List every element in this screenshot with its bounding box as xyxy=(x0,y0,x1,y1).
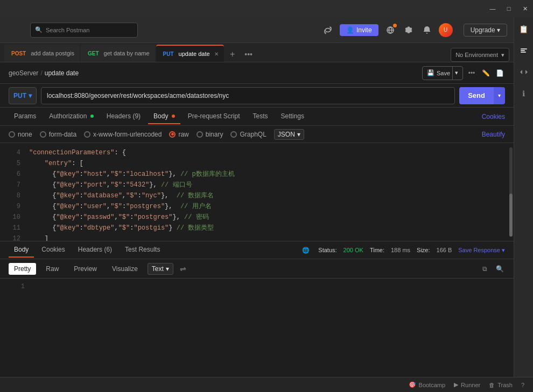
resp-tab-cookies[interactable]: Cookies xyxy=(36,243,70,258)
tab-pre-request[interactable]: Pre-request Script xyxy=(183,109,246,124)
env-caret-icon: ▾ xyxy=(501,52,504,59)
tab-get-data[interactable]: GET get data by name xyxy=(81,45,155,62)
resp-line-num-1: 1 xyxy=(9,283,25,290)
avatar[interactable]: U xyxy=(439,23,453,37)
environment-select[interactable]: No Environment ▾ xyxy=(451,48,509,62)
settings-icon[interactable] xyxy=(402,24,415,37)
close-btn[interactable]: ✕ xyxy=(521,5,529,12)
svg-rect-1 xyxy=(521,50,525,51)
resp-tab-headers[interactable]: Headers (6) xyxy=(73,243,117,258)
code-scrollbar[interactable] xyxy=(509,147,513,237)
code-line-12: 12 ] xyxy=(0,233,514,241)
upgrade-caret-icon: ▾ xyxy=(497,26,500,34)
trash-icon: 🗑 xyxy=(489,382,495,388)
breadcrumb: geoServer / update date xyxy=(9,69,418,77)
send-button[interactable]: Send xyxy=(459,87,494,104)
code-editor[interactable]: 4 "connectionParameters": { 5 "entry": [… xyxy=(0,143,514,241)
resp-tab-body[interactable]: Body xyxy=(9,243,34,258)
more-tabs-button[interactable]: ••• xyxy=(241,47,256,62)
code-line-5: 5 "entry": [ xyxy=(0,158,514,169)
radio-raw[interactable]: raw xyxy=(169,131,188,138)
request-actions: 💾 Save ▾ ••• ✏️ 📄 xyxy=(422,66,505,80)
tab-post-add-data[interactable]: POST add data postgis xyxy=(4,45,80,62)
response-actions: ⧉ 🔍 xyxy=(479,263,505,274)
tab-authorization[interactable]: Authorization xyxy=(44,109,99,124)
response-text-select[interactable]: Text ▾ xyxy=(148,263,173,275)
tab-headers[interactable]: Headers (9) xyxy=(101,109,146,124)
bootcamp-icon: 🎯 xyxy=(409,381,416,388)
planet-icon[interactable] xyxy=(384,24,397,37)
bell-icon[interactable] xyxy=(420,24,433,37)
breadcrumb-parent: geoServer xyxy=(9,69,38,77)
help-item[interactable]: ? xyxy=(521,382,524,388)
trash-label: Trash xyxy=(497,382,513,388)
more-options-button[interactable]: ••• xyxy=(466,68,477,79)
add-tab-button[interactable]: + xyxy=(225,47,240,62)
radio-form-data[interactable]: form-data xyxy=(40,131,76,138)
save-caret-icon[interactable]: ▾ xyxy=(452,67,458,80)
text-label: Text xyxy=(152,265,164,273)
sidebar-new-request-icon[interactable]: 📋 xyxy=(516,22,531,37)
copy-response-icon[interactable]: ⧉ xyxy=(479,263,490,274)
minimize-btn[interactable]: — xyxy=(489,5,496,12)
sidebar-api-icon[interactable] xyxy=(516,43,531,58)
radio-graphql[interactable]: GraphQL xyxy=(230,131,266,138)
tab-put-update[interactable]: PUT update date ✕ xyxy=(156,45,224,62)
sidebar-info-icon[interactable]: ℹ xyxy=(516,86,531,101)
sync-icon[interactable] xyxy=(321,24,334,37)
method-caret-icon: ▾ xyxy=(29,92,32,99)
url-input[interactable] xyxy=(41,87,455,104)
bootcamp-item[interactable]: 🎯 Bootcamp xyxy=(409,381,446,388)
format-pretty-button[interactable]: Pretty xyxy=(9,263,36,275)
status-label: Status: xyxy=(318,247,336,253)
invite-icon: 👤 xyxy=(346,26,354,34)
titlebar: — □ ✕ xyxy=(0,0,533,17)
maximize-btn[interactable]: □ xyxy=(505,5,513,12)
radio-raw-inner xyxy=(171,133,174,136)
format-preview-button[interactable]: Preview xyxy=(68,263,102,275)
save-response-button[interactable]: Save Response ▾ xyxy=(458,247,505,254)
breadcrumb-current: update date xyxy=(45,69,79,77)
edit-icon[interactable]: ✏️ xyxy=(480,68,491,79)
search-bar[interactable]: 🔍 Search Postman xyxy=(30,23,138,38)
radio-raw-circle xyxy=(169,131,176,138)
response-format-row: Pretty Raw Preview Visualize Text ▾ ⇌ ⧉ … xyxy=(0,259,514,279)
search-response-icon[interactable]: 🔍 xyxy=(494,263,505,274)
wrap-icon[interactable]: ⇌ xyxy=(180,265,186,273)
json-type-select[interactable]: JSON ▾ xyxy=(274,129,304,140)
trash-item[interactable]: 🗑 Trash xyxy=(489,382,513,388)
upgrade-button[interactable]: Upgrade ▾ xyxy=(464,24,507,37)
sidebar-code-icon[interactable] xyxy=(516,65,531,80)
response-body: 1 xyxy=(0,279,514,377)
send-caret-button[interactable]: ▾ xyxy=(494,87,505,104)
resp-tab-test-results[interactable]: Test Results xyxy=(120,243,165,258)
save-button[interactable]: 💾 Save ▾ xyxy=(422,66,463,80)
tab-body[interactable]: Body xyxy=(148,109,180,124)
method-selector[interactable]: PUT ▾ xyxy=(9,87,37,104)
tab-params[interactable]: Params xyxy=(9,109,41,124)
radio-binary-circle xyxy=(197,131,203,138)
tab-close-icon[interactable]: ✕ xyxy=(214,51,219,57)
time-label: Time: xyxy=(370,247,384,253)
doc-icon[interactable]: 📄 xyxy=(494,68,505,79)
beautify-button[interactable]: Beautify xyxy=(482,131,505,138)
tab-settings[interactable]: Settings xyxy=(276,109,310,124)
tab-tests[interactable]: Tests xyxy=(248,109,273,124)
radio-binary[interactable]: binary xyxy=(197,131,223,138)
request-header: geoServer / update date 💾 Save ▾ ••• ✏️ … xyxy=(0,62,514,84)
sidebar: 📋 ℹ xyxy=(514,17,533,377)
radio-urlencoded[interactable]: x-www-form-urlencoded xyxy=(84,131,162,138)
size-label: Size: xyxy=(417,247,430,253)
tab-label-add-data: add data postgis xyxy=(31,50,74,56)
auth-dot xyxy=(90,115,94,118)
format-visualize-button[interactable]: Visualize xyxy=(107,263,143,275)
cookies-link[interactable]: Cookies xyxy=(482,113,505,120)
format-raw-button[interactable]: Raw xyxy=(40,263,64,275)
radio-none[interactable]: none xyxy=(9,131,32,138)
invite-button[interactable]: 👤 Invite xyxy=(340,24,378,36)
tab-method-get: GET xyxy=(86,50,101,57)
json-caret-icon: ▾ xyxy=(297,131,300,138)
code-scrollbar-thumb[interactable] xyxy=(509,194,513,237)
runner-item[interactable]: ▶ Runner xyxy=(454,381,480,388)
tabs-row: POST add data postgis GET get data by na… xyxy=(0,43,514,62)
